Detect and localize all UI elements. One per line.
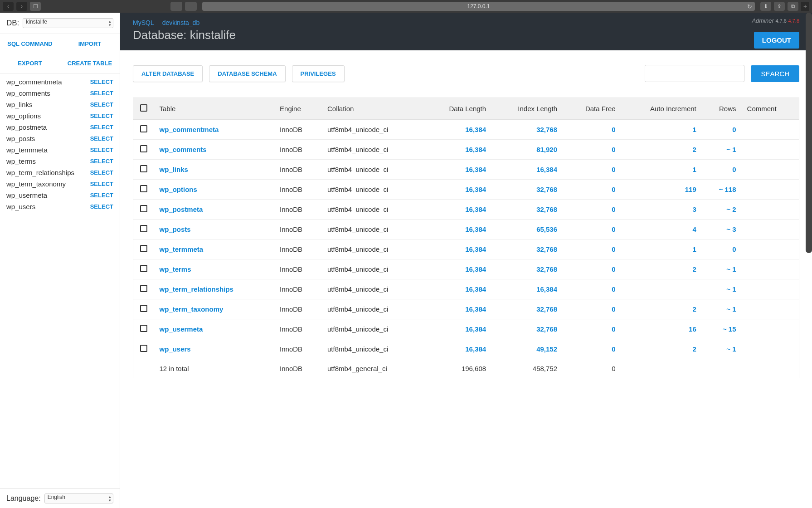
create-table-link[interactable]: CREATE TABLE	[60, 54, 120, 73]
cell-rows[interactable]: ~ 15	[702, 319, 742, 339]
url-bar[interactable]: 127.0.0.1 ↻	[202, 2, 755, 11]
sidebar-select-link[interactable]: SELECT	[90, 135, 113, 142]
cell-auto-inc[interactable]: 1	[621, 120, 702, 140]
col-index-length[interactable]: Index Length	[491, 98, 563, 120]
table-link[interactable]: wp_usermeta	[160, 325, 203, 333]
privacy-shield-icon[interactable]	[170, 2, 182, 11]
cell-data-length[interactable]: 16,384	[423, 140, 491, 160]
sidebar-select-link[interactable]: SELECT	[90, 147, 113, 153]
cell-index-length[interactable]: 32,768	[491, 299, 563, 319]
row-checkbox[interactable]	[140, 245, 147, 252]
sidebar-table-name[interactable]: wp_term_relationships	[6, 169, 74, 176]
nav-forward-icon[interactable]: ›	[16, 2, 27, 11]
sidebar-table-name[interactable]: wp_users	[6, 203, 35, 210]
cell-data-free[interactable]: 0	[563, 339, 621, 359]
row-checkbox[interactable]	[140, 145, 147, 152]
cell-rows[interactable]: ~ 1	[702, 140, 742, 160]
language-select[interactable]: English ▴▾	[44, 493, 113, 503]
db-select[interactable]: kinstalife ▴▾	[23, 18, 113, 28]
tabs-icon[interactable]: ⧉	[788, 2, 798, 11]
cell-data-free[interactable]: 0	[563, 120, 621, 140]
table-link[interactable]: wp_links	[160, 166, 188, 173]
sidebar-table-name[interactable]: wp_postmeta	[6, 123, 47, 131]
cell-data-free[interactable]: 0	[563, 220, 621, 239]
select-all-checkbox[interactable]	[140, 104, 147, 112]
cell-auto-inc[interactable]: 2	[621, 339, 702, 359]
row-checkbox[interactable]	[140, 345, 147, 352]
cell-auto-inc[interactable]: 3	[621, 200, 702, 220]
nav-back-icon[interactable]: ‹	[3, 2, 14, 11]
cell-auto-inc[interactable]: 2	[621, 299, 702, 319]
cell-index-length[interactable]: 81,920	[491, 140, 563, 160]
scrollbar[interactable]	[806, 13, 812, 253]
sidebar-table-name[interactable]: wp_links	[6, 101, 33, 108]
cell-data-length[interactable]: 16,384	[423, 319, 491, 339]
cell-data-free[interactable]: 0	[563, 299, 621, 319]
cell-data-length[interactable]: 16,384	[423, 180, 491, 200]
cell-index-length[interactable]: 32,768	[491, 239, 563, 259]
cell-data-length[interactable]: 16,384	[423, 279, 491, 299]
col-comment[interactable]: Comment	[742, 98, 799, 120]
table-link[interactable]: wp_term_taxonomy	[160, 305, 224, 313]
cell-data-free[interactable]: 0	[563, 160, 621, 180]
cell-auto-inc[interactable]: 4	[621, 220, 702, 239]
sidebar-select-link[interactable]: SELECT	[90, 78, 113, 85]
sidebar-select-link[interactable]: SELECT	[90, 124, 113, 131]
cell-data-length[interactable]: 16,384	[423, 160, 491, 180]
cell-index-length[interactable]: 65,536	[491, 220, 563, 239]
cell-rows[interactable]: ~ 1	[702, 299, 742, 319]
table-link[interactable]: wp_posts	[160, 225, 191, 233]
cell-rows[interactable]: ~ 1	[702, 339, 742, 359]
cell-rows[interactable]: ~ 1	[702, 279, 742, 299]
cell-auto-inc[interactable]: 2	[621, 140, 702, 160]
row-checkbox[interactable]	[140, 305, 147, 312]
cell-data-length[interactable]: 16,384	[423, 259, 491, 279]
cell-auto-inc[interactable]: 119	[621, 180, 702, 200]
col-data-length[interactable]: Data Length	[423, 98, 491, 120]
cell-index-length[interactable]: 16,384	[491, 160, 563, 180]
sidebar-select-link[interactable]: SELECT	[90, 90, 113, 97]
alter-database-button[interactable]: ALTER DATABASE	[133, 65, 203, 82]
sidebar-select-link[interactable]: SELECT	[90, 181, 113, 187]
sidebar-select-link[interactable]: SELECT	[90, 158, 113, 165]
table-link[interactable]: wp_terms	[160, 265, 191, 273]
cell-auto-inc[interactable]: 2	[621, 259, 702, 279]
sidebar-table-name[interactable]: wp_term_taxonomy	[6, 180, 66, 188]
cell-index-length[interactable]: 32,768	[491, 200, 563, 220]
sidebar-table-name[interactable]: wp_usermeta	[6, 191, 47, 199]
cell-data-length[interactable]: 16,384	[423, 120, 491, 140]
cell-data-free[interactable]: 0	[563, 279, 621, 299]
sidebar-toggle-icon[interactable]: ☐	[30, 2, 41, 11]
col-auto-inc[interactable]: Auto Increment	[621, 98, 702, 120]
cell-rows[interactable]: ~ 3	[702, 220, 742, 239]
cell-rows[interactable]: ~ 2	[702, 200, 742, 220]
breadcrumb-db[interactable]: devkinsta_db	[162, 19, 200, 26]
row-checkbox[interactable]	[140, 325, 147, 332]
sidebar-select-link[interactable]: SELECT	[90, 112, 113, 119]
col-data-free[interactable]: Data Free	[563, 98, 621, 120]
sidebar-select-link[interactable]: SELECT	[90, 169, 113, 176]
cell-data-free[interactable]: 0	[563, 259, 621, 279]
row-checkbox[interactable]	[140, 185, 147, 192]
cell-index-length[interactable]: 32,768	[491, 120, 563, 140]
sidebar-table-name[interactable]: wp_terms	[6, 157, 36, 165]
table-link[interactable]: wp_commentmeta	[160, 126, 219, 133]
cell-data-length[interactable]: 16,384	[423, 220, 491, 239]
sidebar-table-name[interactable]: wp_comments	[6, 89, 50, 97]
row-checkbox[interactable]	[140, 205, 147, 212]
cell-index-length[interactable]: 32,768	[491, 259, 563, 279]
cell-auto-inc[interactable]: 16	[621, 319, 702, 339]
new-tab-icon[interactable]: +	[801, 2, 809, 11]
col-rows[interactable]: Rows	[702, 98, 742, 120]
cell-index-length[interactable]: 16,384	[491, 279, 563, 299]
table-link[interactable]: wp_term_relationships	[160, 285, 233, 293]
sql-command-link[interactable]: SQL COMMAND	[0, 34, 60, 54]
cell-auto-inc[interactable]: 1	[621, 239, 702, 259]
col-collation[interactable]: Collation	[322, 98, 423, 120]
table-link[interactable]: wp_postmeta	[160, 205, 203, 213]
import-link[interactable]: IMPORT	[60, 34, 120, 54]
table-link[interactable]: wp_termmeta	[160, 245, 204, 253]
privileges-button[interactable]: PRIVILEGES	[292, 65, 345, 82]
sidebar-table-name[interactable]: wp_termmeta	[6, 146, 48, 154]
download-icon[interactable]: ⬇	[760, 2, 771, 11]
